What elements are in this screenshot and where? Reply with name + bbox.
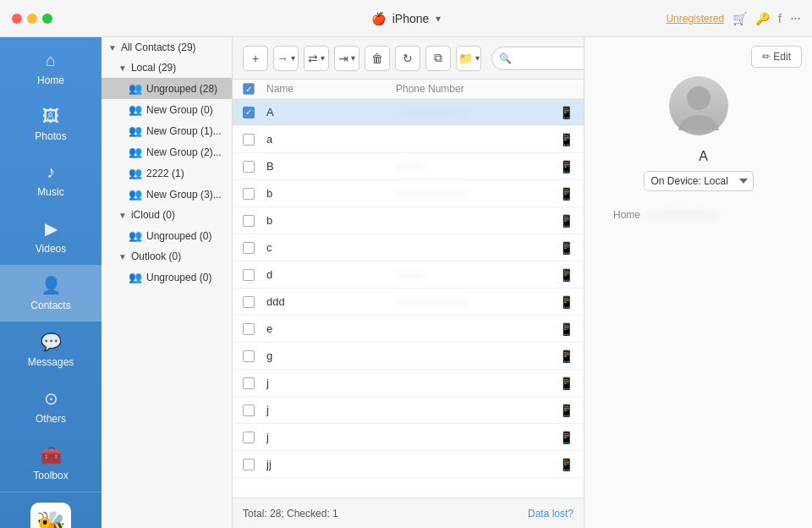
group-icon: 👥 [129, 103, 142, 116]
sidebar-item-messages[interactable]: 💬 Messages [0, 322, 102, 378]
tree-2222[interactable]: 👥 2222 (1) [102, 162, 232, 184]
row-checkbox[interactable] [243, 215, 255, 227]
cart-icon[interactable]: 🛒 [732, 12, 747, 25]
table-row[interactable]: c 📱 [233, 234, 584, 261]
row-checkbox[interactable]: ✓ [243, 107, 255, 118]
table-row[interactable]: B ──── 📱 [233, 153, 584, 180]
gift-icon[interactable]: 🔑 [755, 12, 770, 25]
group-icon: 👥 [129, 229, 142, 242]
row-check[interactable] [243, 188, 266, 200]
row-checkbox[interactable] [243, 432, 255, 443]
maximize-button[interactable] [42, 14, 52, 24]
minimize-button[interactable] [27, 14, 37, 24]
tree-local[interactable]: ▼ Local (29) [102, 58, 232, 78]
data-lost-link[interactable]: Data lost? [528, 508, 573, 520]
row-checkbox[interactable] [243, 459, 255, 470]
export-button[interactable]: ⇄ ▾ [304, 46, 329, 71]
tree-outlook-ungrouped-label: Ungrouped (0) [146, 272, 225, 283]
device-select[interactable]: On Device: Local iCloud Outlook [644, 171, 754, 191]
facebook-icon[interactable]: f [778, 12, 782, 25]
table-row[interactable]: j 📱 [233, 370, 584, 397]
table-row[interactable]: b ────────── 📱 [233, 180, 584, 207]
row-check[interactable] [243, 404, 266, 416]
unregistered-link[interactable]: Unregistered [666, 13, 724, 25]
table-row[interactable]: j 📱 [233, 424, 584, 451]
row-check[interactable] [243, 161, 266, 173]
row-check[interactable] [243, 350, 266, 362]
tree-ungrouped[interactable]: 👥 Ungrouped (28) [102, 78, 232, 99]
transfer-button[interactable]: ⇥ ▾ [334, 46, 359, 71]
delete-button[interactable]: 🗑 [365, 46, 390, 71]
row-checkbox[interactable] [243, 269, 255, 281]
tree-new-group-1[interactable]: 👥 New Group (1)... [102, 120, 232, 141]
row-check[interactable] [243, 215, 266, 227]
more-icon[interactable]: ··· [790, 9, 800, 27]
tree-new-group-2[interactable]: 👥 New Group (2)... [102, 141, 232, 162]
tree-new-group[interactable]: 👥 New Group (0) [102, 99, 232, 120]
contact-device: 📱 [548, 241, 573, 255]
sidebar-item-music[interactable]: ♪ Music [0, 152, 102, 208]
sidebar-item-toolbox[interactable]: 🧰 Toolbox [0, 435, 102, 492]
row-checkbox[interactable] [243, 404, 255, 416]
table-row[interactable]: d ──── 📱 [233, 261, 584, 289]
table-row[interactable]: jj 📱 [233, 451, 584, 478]
tree-new-group-1-label: New Group (1)... [146, 125, 225, 137]
refresh-button[interactable]: ↻ [395, 46, 420, 71]
sidebar-item-contacts[interactable]: 👤 Contacts [0, 265, 102, 322]
sidebar-item-home[interactable]: ⌂ Home [0, 41, 102, 96]
table-row[interactable]: e 📱 [233, 316, 584, 343]
archive-button[interactable]: 📁 ▾ [456, 46, 481, 71]
search-input[interactable] [516, 52, 584, 64]
row-check[interactable] [243, 432, 266, 443]
table-row[interactable]: b 📱 [233, 207, 584, 234]
row-check[interactable] [243, 242, 266, 254]
row-check[interactable] [243, 377, 266, 389]
row-check[interactable] [243, 269, 266, 281]
group-icon: 👥 [129, 82, 142, 95]
tree-outlook-ungrouped[interactable]: 👥 Ungrouped (0) [102, 267, 232, 288]
table-row[interactable]: ✓ A ────────── 📱 [233, 99, 584, 126]
import-button[interactable]: → ▾ [273, 46, 299, 71]
duplicate-icon: ⧉ [434, 51, 442, 65]
titlebar-center: 🍎 iPhone ▾ [371, 12, 442, 25]
contact-device: 📱 [548, 106, 573, 119]
tree-new-group-3[interactable]: 👥 New Group (3)... [102, 184, 232, 205]
table-row[interactable]: a 📱 [233, 126, 584, 153]
select-all-checkbox[interactable]: ✓ [243, 83, 255, 95]
search-box[interactable]: 🔍 [491, 47, 584, 70]
field-label-home: Home [598, 208, 640, 221]
row-check[interactable] [243, 134, 266, 146]
duplicate-button[interactable]: ⧉ [425, 46, 451, 71]
table-row[interactable]: ddd ────────── 📱 [233, 289, 584, 316]
sidebar-item-videos[interactable]: ▶ Videos [0, 208, 102, 265]
sidebar-item-photos[interactable]: 🖼 Photos [0, 96, 102, 152]
contact-name: e [266, 322, 396, 335]
chevron-down-icon[interactable]: ▾ [436, 13, 441, 25]
table-row[interactable]: g 📱 [233, 343, 584, 370]
row-checkbox[interactable] [243, 350, 255, 362]
tree-icloud[interactable]: ▼ iCloud (0) [102, 205, 232, 225]
tree-outlook[interactable]: ▼ Outlook (0) [102, 246, 232, 267]
close-button[interactable] [12, 14, 22, 24]
row-checkbox[interactable] [243, 242, 255, 254]
table-row[interactable]: j 📱 [233, 397, 584, 424]
row-check[interactable] [243, 459, 266, 470]
row-checkbox[interactable] [243, 323, 255, 335]
detail-contact-name: A [584, 149, 812, 171]
row-checkbox[interactable] [243, 188, 255, 200]
add-contact-button[interactable]: + [243, 46, 268, 71]
sidebar-item-others[interactable]: ⊙ Others [0, 378, 102, 435]
row-check[interactable] [243, 323, 266, 335]
row-check[interactable] [243, 296, 266, 308]
row-checkbox[interactable] [243, 161, 255, 173]
tree-all-contacts[interactable]: ▼ All Contacts (29) [102, 37, 232, 58]
tree-icloud-ungrouped[interactable]: 👥 Ungrouped (0) [102, 225, 232, 246]
row-check[interactable]: ✓ [243, 107, 266, 118]
row-checkbox[interactable] [243, 296, 255, 308]
transfer-chevron: ▾ [351, 53, 355, 63]
contact-device: 📱 [548, 187, 573, 201]
edit-button[interactable]: ✏ Edit [751, 46, 802, 68]
detail-header: ✏ Edit [584, 37, 812, 68]
row-checkbox[interactable] [243, 134, 255, 146]
row-checkbox[interactable] [243, 377, 255, 389]
